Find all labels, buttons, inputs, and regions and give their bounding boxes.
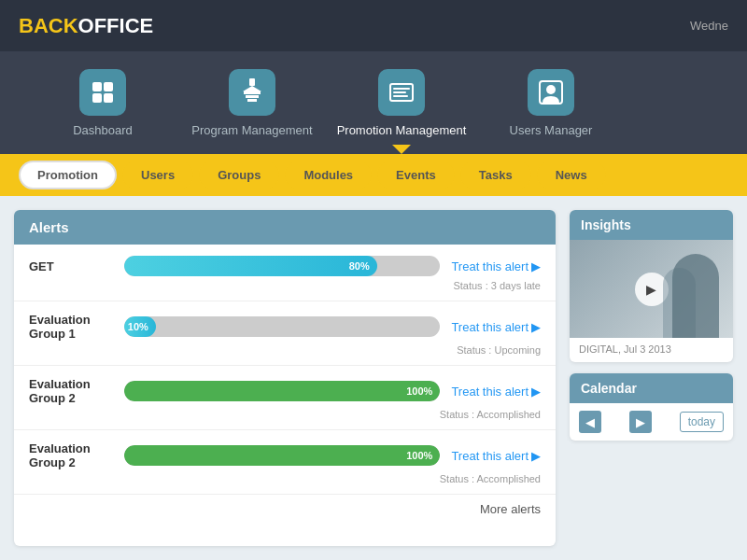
svg-rect-4 bbox=[249, 78, 255, 86]
subnav-news[interactable]: News bbox=[537, 161, 606, 189]
subnav-promotion[interactable]: Promotion bbox=[19, 161, 117, 189]
header-date: Wedne bbox=[690, 19, 728, 33]
insights-thumbnail[interactable]: ▶ bbox=[570, 240, 733, 338]
insights-header: Insights bbox=[570, 210, 733, 240]
alert-progress-eval2b: 100% bbox=[124, 445, 440, 466]
program-icon bbox=[229, 69, 275, 116]
calendar-header: Calendar bbox=[570, 373, 733, 403]
alert-item-get: GET 80% Treat this alert ▶ Status : 3 da… bbox=[14, 245, 556, 301]
svg-rect-8 bbox=[247, 99, 257, 102]
svg-rect-1 bbox=[104, 82, 113, 91]
dashboard-icon bbox=[79, 69, 126, 116]
treat-alert-eval2b[interactable]: Treat this alert ▶ bbox=[451, 449, 541, 463]
nav-label-users: Users Manager bbox=[510, 123, 593, 137]
alert-progress-get: 80% bbox=[124, 256, 440, 276]
alert-item-eval2a: Evaluation Group 2 100% Treat this alert… bbox=[14, 366, 556, 430]
main-nav: Dashboard Program Management Promotion M… bbox=[0, 51, 747, 154]
calendar-next-button[interactable]: ▶ bbox=[629, 411, 652, 433]
main-content: Alerts GET 80% Treat this alert ▶ Status… bbox=[0, 196, 747, 560]
alert-status-eval2b: Status : Accomplished bbox=[29, 473, 541, 484]
subnav-users[interactable]: Users bbox=[122, 161, 193, 189]
treat-alert-get[interactable]: Treat this alert ▶ bbox=[451, 259, 541, 273]
alert-name-eval1: Evaluation Group 1 bbox=[29, 313, 113, 341]
logo-back: BACK bbox=[19, 14, 78, 37]
treat-alert-eval2a[interactable]: Treat this alert ▶ bbox=[451, 385, 541, 399]
svg-rect-2 bbox=[92, 93, 102, 103]
alert-bar-eval1: 10% bbox=[124, 316, 156, 337]
nav-label-promotion: Promotion Management bbox=[337, 123, 467, 137]
nav-item-dashboard[interactable]: Dashboard bbox=[28, 60, 177, 147]
subnav: Promotion Users Groups Modules Events Ta… bbox=[0, 154, 747, 196]
svg-rect-3 bbox=[104, 93, 113, 103]
calendar-card: Calendar ◀ ▶ today bbox=[570, 373, 733, 441]
alert-status-eval2a: Status : Accomplished bbox=[29, 409, 541, 420]
insights-card: Insights ▶ DIGITAL, Jul 3 2013 bbox=[570, 210, 733, 362]
alert-name-eval2a: Evaluation Group 2 bbox=[29, 377, 113, 405]
alerts-panel: Alerts GET 80% Treat this alert ▶ Status… bbox=[14, 210, 556, 546]
calendar-prev-button[interactable]: ◀ bbox=[579, 411, 601, 433]
nav-label-program: Program Management bbox=[191, 123, 312, 137]
calendar-today-button[interactable]: today bbox=[680, 412, 724, 432]
more-alerts-link[interactable]: More alerts bbox=[14, 495, 556, 524]
nav-item-users[interactable]: Users Manager bbox=[476, 60, 626, 147]
subnav-groups[interactable]: Groups bbox=[199, 161, 279, 189]
insights-caption: DIGITAL, Jul 3 2013 bbox=[570, 338, 733, 362]
nav-item-promotion[interactable]: Promotion Management bbox=[327, 60, 476, 147]
svg-rect-7 bbox=[246, 95, 259, 98]
alert-name-eval2b: Evaluation Group 2 bbox=[29, 441, 113, 469]
alert-progress-eval1: 10% bbox=[124, 316, 440, 337]
logo[interactable]: BACKOFFICE bbox=[19, 14, 153, 38]
calendar-nav: ◀ ▶ today bbox=[570, 403, 733, 441]
alert-item-eval1: Evaluation Group 1 10% Treat this alert … bbox=[14, 301, 556, 366]
alert-status-eval1: Status : Upcoming bbox=[29, 344, 541, 356]
svg-rect-0 bbox=[92, 82, 102, 91]
subnav-events[interactable]: Events bbox=[377, 161, 455, 189]
svg-rect-10 bbox=[393, 88, 410, 90]
svg-marker-5 bbox=[243, 86, 261, 91]
alert-bar-eval2b: 100% bbox=[124, 445, 440, 466]
svg-rect-12 bbox=[393, 95, 408, 97]
alert-progress-eval2a: 100% bbox=[124, 381, 440, 401]
promotion-icon bbox=[378, 69, 425, 116]
alerts-panel-header: Alerts bbox=[14, 210, 556, 245]
svg-point-14 bbox=[546, 85, 556, 94]
alert-item-eval2b: Evaluation Group 2 100% Treat this alert… bbox=[14, 430, 556, 495]
silhouette-fg bbox=[672, 254, 719, 338]
logo-office: OFFICE bbox=[78, 14, 154, 37]
svg-rect-11 bbox=[393, 91, 406, 93]
nav-item-program[interactable]: Program Management bbox=[177, 60, 327, 147]
header: BACKOFFICE Wedne bbox=[0, 0, 747, 51]
alert-bar-eval2a: 100% bbox=[124, 381, 440, 401]
treat-alert-eval1[interactable]: Treat this alert ▶ bbox=[451, 320, 541, 334]
alert-status-get: Status : 3 days late bbox=[29, 280, 541, 291]
svg-rect-6 bbox=[244, 91, 261, 94]
alert-bar-get: 80% bbox=[124, 256, 377, 276]
nav-label-dashboard: Dashboard bbox=[73, 123, 133, 137]
users-icon bbox=[528, 69, 574, 116]
right-panel: Insights ▶ DIGITAL, Jul 3 2013 Calendar … bbox=[570, 210, 733, 546]
subnav-tasks[interactable]: Tasks bbox=[460, 161, 531, 189]
subnav-modules[interactable]: Modules bbox=[285, 161, 372, 189]
alert-name-get: GET bbox=[29, 259, 113, 273]
